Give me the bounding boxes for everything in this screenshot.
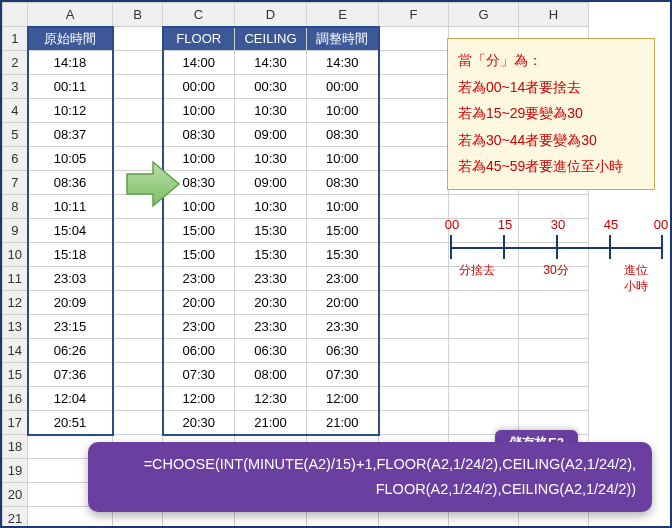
col-hdr-G[interactable]: G <box>449 3 519 27</box>
cell-E12[interactable]: 20:00 <box>307 291 379 315</box>
table-row[interactable]: 1406:2606:0006:3006:30 <box>3 339 589 363</box>
cell-F10[interactable] <box>379 243 449 267</box>
col-hdr-F[interactable]: F <box>379 3 449 27</box>
cell-E8[interactable]: 10:00 <box>307 195 379 219</box>
row-hdr[interactable]: 14 <box>3 339 28 363</box>
cell-F2[interactable] <box>379 51 449 75</box>
cell-E3[interactable]: 00:00 <box>307 75 379 99</box>
row-hdr[interactable]: 7 <box>3 171 28 195</box>
cell-E5[interactable]: 08:30 <box>307 123 379 147</box>
cell-F17[interactable] <box>379 411 449 435</box>
cell-C13[interactable]: 23:00 <box>163 315 235 339</box>
cell-D3[interactable]: 00:30 <box>235 75 307 99</box>
cell-A8[interactable]: 10:11 <box>28 195 113 219</box>
cell-F6[interactable] <box>379 147 449 171</box>
cell-D5[interactable]: 09:00 <box>235 123 307 147</box>
col-hdr-C[interactable]: C <box>163 3 235 27</box>
cell-B3[interactable] <box>113 75 163 99</box>
cell-H14[interactable] <box>519 339 589 363</box>
cell-C2[interactable]: 14:00 <box>163 51 235 75</box>
row-hdr[interactable]: 10 <box>3 243 28 267</box>
cell-D1[interactable]: CEILING <box>235 27 307 51</box>
cell-F16[interactable] <box>379 387 449 411</box>
cell-F9[interactable] <box>379 219 449 243</box>
cell-D2[interactable]: 14:30 <box>235 51 307 75</box>
cell-C12[interactable]: 20:00 <box>163 291 235 315</box>
cell-B12[interactable] <box>113 291 163 315</box>
cell-A4[interactable]: 10:12 <box>28 99 113 123</box>
cell-E2[interactable]: 14:30 <box>307 51 379 75</box>
cell-G8[interactable] <box>449 195 519 219</box>
cell-A2[interactable]: 14:18 <box>28 51 113 75</box>
cell-B17[interactable] <box>113 411 163 435</box>
cell-D14[interactable]: 06:30 <box>235 339 307 363</box>
cell-H13[interactable] <box>519 315 589 339</box>
cell-A11[interactable]: 23:03 <box>28 267 113 291</box>
cell-F3[interactable] <box>379 75 449 99</box>
cell-D15[interactable]: 08:00 <box>235 363 307 387</box>
cell-B2[interactable] <box>113 51 163 75</box>
row-hdr[interactable]: 12 <box>3 291 28 315</box>
cell-B14[interactable] <box>113 339 163 363</box>
cell-D7[interactable]: 09:00 <box>235 171 307 195</box>
col-hdr-H[interactable]: H <box>519 3 589 27</box>
row-hdr[interactable]: 6 <box>3 147 28 171</box>
cell-A6[interactable]: 10:05 <box>28 147 113 171</box>
col-hdr-B[interactable]: B <box>113 3 163 27</box>
cell-E13[interactable]: 23:30 <box>307 315 379 339</box>
cell-E10[interactable]: 15:30 <box>307 243 379 267</box>
row-hdr[interactable]: 1 <box>3 27 28 51</box>
cell-D8[interactable]: 10:30 <box>235 195 307 219</box>
cell-C4[interactable]: 10:00 <box>163 99 235 123</box>
cell-A17[interactable]: 20:51 <box>28 411 113 435</box>
cell-F8[interactable] <box>379 195 449 219</box>
table-row[interactable]: 1323:1523:0023:3023:30 <box>3 315 589 339</box>
row-hdr[interactable]: 18 <box>3 435 28 459</box>
cell-E6[interactable]: 10:00 <box>307 147 379 171</box>
row-hdr[interactable]: 8 <box>3 195 28 219</box>
cell-E15[interactable]: 07:30 <box>307 363 379 387</box>
cell-H15[interactable] <box>519 363 589 387</box>
table-row[interactable]: 1507:3607:3008:0007:30 <box>3 363 589 387</box>
cell-E14[interactable]: 06:30 <box>307 339 379 363</box>
cell-B16[interactable] <box>113 387 163 411</box>
cell-H16[interactable] <box>519 387 589 411</box>
row-hdr[interactable]: 13 <box>3 315 28 339</box>
cell-D13[interactable]: 23:30 <box>235 315 307 339</box>
cell-E9[interactable]: 15:00 <box>307 219 379 243</box>
cell-A5[interactable]: 08:37 <box>28 123 113 147</box>
cell-A13[interactable]: 23:15 <box>28 315 113 339</box>
cell-A16[interactable]: 12:04 <box>28 387 113 411</box>
cell-F1[interactable] <box>379 27 449 51</box>
row-hdr[interactable]: 20 <box>3 483 28 507</box>
cell-D12[interactable]: 20:30 <box>235 291 307 315</box>
cell-F15[interactable] <box>379 363 449 387</box>
row-hdr[interactable]: 19 <box>3 459 28 483</box>
cell-D16[interactable]: 12:30 <box>235 387 307 411</box>
cell-B1[interactable] <box>113 27 163 51</box>
row-hdr[interactable]: 11 <box>3 267 28 291</box>
cell-C17[interactable]: 20:30 <box>163 411 235 435</box>
cell-C1[interactable]: FLOOR <box>163 27 235 51</box>
row-hdr[interactable]: 3 <box>3 75 28 99</box>
row-hdr[interactable]: 16 <box>3 387 28 411</box>
cell-A12[interactable]: 20:09 <box>28 291 113 315</box>
corner-cell[interactable] <box>3 3 28 27</box>
cell-F7[interactable] <box>379 171 449 195</box>
cell-G13[interactable] <box>449 315 519 339</box>
table-row[interactable]: 810:1110:0010:3010:00 <box>3 195 589 219</box>
cell-D4[interactable]: 10:30 <box>235 99 307 123</box>
cell-A1[interactable]: 原始時間 <box>28 27 113 51</box>
cell-F5[interactable] <box>379 123 449 147</box>
cell-C3[interactable]: 00:00 <box>163 75 235 99</box>
table-row[interactable]: 1612:0412:0012:3012:00 <box>3 387 589 411</box>
cell-C5[interactable]: 08:30 <box>163 123 235 147</box>
cell-G14[interactable] <box>449 339 519 363</box>
cell-A15[interactable]: 07:36 <box>28 363 113 387</box>
col-hdr-E[interactable]: E <box>307 3 379 27</box>
row-hdr[interactable]: 2 <box>3 51 28 75</box>
cell-B11[interactable] <box>113 267 163 291</box>
cell-G15[interactable] <box>449 363 519 387</box>
cell-C9[interactable]: 15:00 <box>163 219 235 243</box>
row-hdr[interactable]: 5 <box>3 123 28 147</box>
